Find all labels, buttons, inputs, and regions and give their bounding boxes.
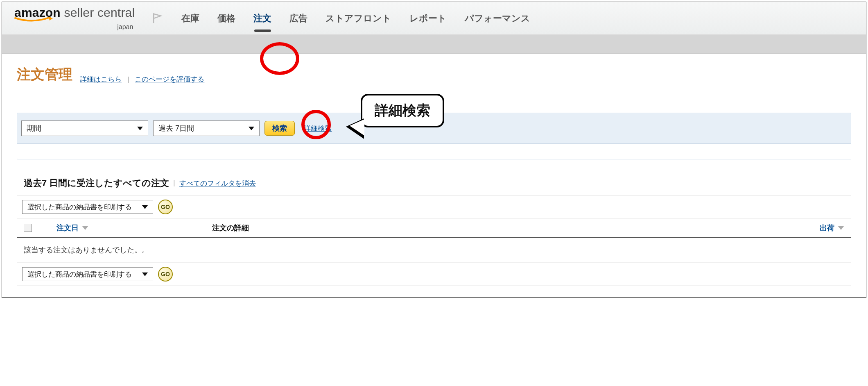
bulk-action-value: 選択した商品の納品書を印刷する bbox=[27, 270, 132, 279]
nav-performance[interactable]: パフォーマンス bbox=[463, 10, 532, 27]
nav-orders[interactable]: 注文 bbox=[252, 10, 273, 27]
bulk-action-value: 選択した商品の納品書を印刷する bbox=[27, 202, 132, 212]
logo[interactable]: amazon seller central japan bbox=[14, 7, 135, 30]
search-field-select[interactable]: 期間 bbox=[21, 120, 148, 136]
rate-page-link[interactable]: このページを評価する bbox=[135, 75, 204, 84]
chevron-down-icon bbox=[142, 205, 148, 209]
sort-desc-icon bbox=[82, 226, 88, 230]
results-heading: 過去7 日間に受注したすべての注文 bbox=[24, 177, 169, 189]
nav-storefront[interactable]: ストアフロント bbox=[324, 10, 393, 27]
clear-filters-link[interactable]: すべてのフィルタを消去 bbox=[179, 179, 256, 188]
search-range-value: 過去 7日間 bbox=[158, 123, 194, 133]
go-button[interactable]: GO bbox=[158, 200, 173, 214]
page-title: 注文管理 bbox=[17, 65, 72, 84]
details-link[interactable]: 詳細はこちら bbox=[80, 75, 122, 84]
bulk-action-select[interactable]: 選択した商品の納品書を印刷する bbox=[22, 267, 153, 281]
chevron-down-icon bbox=[137, 127, 143, 130]
nav-ads[interactable]: 広告 bbox=[288, 10, 309, 27]
chevron-down-icon bbox=[142, 272, 148, 276]
top-nav: 在庫 価格 注文 広告 ストアフロント レポート パフォーマンス bbox=[180, 10, 532, 27]
advanced-search-link[interactable]: 詳細検索 bbox=[304, 124, 332, 133]
nav-reports[interactable]: レポート bbox=[408, 10, 448, 27]
search-bar-lower bbox=[17, 144, 851, 159]
bulk-action-select[interactable]: 選択した商品の納品書を印刷する bbox=[22, 200, 153, 214]
col-ship[interactable]: 出荷 bbox=[820, 223, 844, 233]
logo-text-sc: seller central bbox=[64, 6, 135, 19]
logo-text-amazon: amazon bbox=[14, 6, 61, 19]
col-order-detail: 注文の詳細 bbox=[212, 223, 787, 233]
annotation-callout: 詳細検索 bbox=[361, 94, 444, 127]
bulk-action-row-bottom: 選択した商品の納品書を印刷する GO bbox=[17, 263, 851, 286]
nav-pricing[interactable]: 価格 bbox=[216, 10, 237, 27]
search-field-value: 期間 bbox=[27, 123, 41, 133]
logo-text-japan: japan bbox=[117, 24, 135, 30]
select-all-checkbox[interactable] bbox=[24, 224, 32, 232]
table-header: 注文日 注文の詳細 出荷 bbox=[17, 219, 851, 238]
nav-inventory[interactable]: 在庫 bbox=[180, 10, 201, 27]
go-button[interactable]: GO bbox=[158, 267, 173, 282]
chevron-down-icon bbox=[249, 127, 254, 130]
search-button[interactable]: 検索 bbox=[264, 121, 295, 136]
annotation-callout-label: 詳細検索 bbox=[361, 94, 444, 127]
sub-nav-band bbox=[2, 35, 866, 54]
col-ship-label: 出荷 bbox=[820, 223, 834, 233]
bulk-action-row-top: 選択した商品の納品書を印刷する GO bbox=[17, 195, 851, 219]
separator: | bbox=[127, 75, 129, 84]
empty-state: 該当する注文はありませんでした。。 bbox=[17, 238, 851, 263]
col-order-date-label: 注文日 bbox=[57, 223, 79, 233]
col-order-detail-label: 注文の詳細 bbox=[212, 223, 249, 233]
flag-icon[interactable] bbox=[151, 12, 163, 25]
search-range-select[interactable]: 過去 7日間 bbox=[153, 120, 260, 136]
col-order-date[interactable]: 注文日 bbox=[57, 223, 212, 233]
header-bar: amazon seller central japan 在庫 価格 注文 広告 … bbox=[2, 2, 866, 35]
separator: | bbox=[173, 179, 175, 187]
sort-desc-icon bbox=[838, 226, 844, 230]
results-panel: 過去7 日間に受注したすべての注文 | すべてのフィルタを消去 選択した商品の納… bbox=[17, 171, 851, 286]
